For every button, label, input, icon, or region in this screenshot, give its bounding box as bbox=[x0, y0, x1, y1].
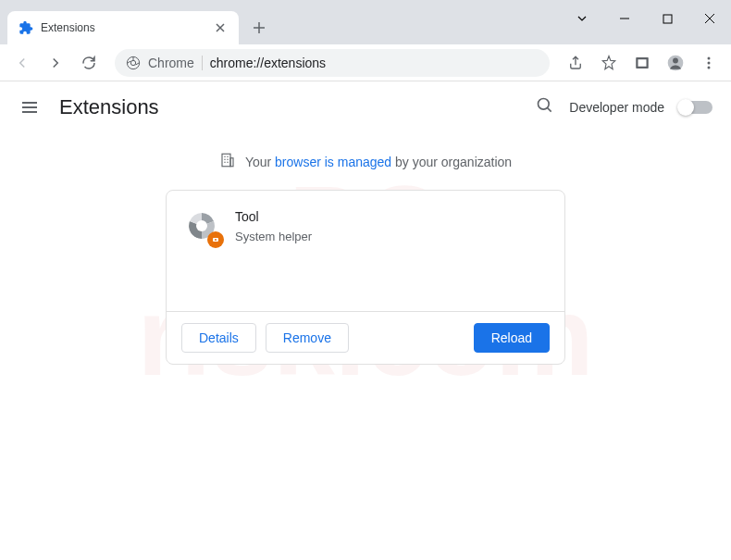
browser-tab[interactable]: Extensions bbox=[7, 11, 239, 44]
extension-icon bbox=[185, 209, 218, 243]
svg-rect-11 bbox=[222, 154, 230, 167]
search-icon[interactable] bbox=[536, 96, 554, 118]
main-menu-button[interactable] bbox=[19, 96, 41, 118]
developer-mode-label: Developer mode bbox=[569, 100, 664, 115]
svg-point-7 bbox=[708, 56, 711, 59]
svg-point-6 bbox=[673, 57, 678, 63]
chrome-logo-icon bbox=[126, 56, 141, 70]
share-icon[interactable] bbox=[561, 48, 590, 78]
menu-icon[interactable] bbox=[694, 48, 724, 78]
svg-point-9 bbox=[708, 66, 711, 68]
profile-icon[interactable] bbox=[661, 48, 690, 78]
back-button[interactable] bbox=[7, 48, 37, 78]
forward-button[interactable] bbox=[41, 48, 70, 78]
svg-point-10 bbox=[539, 99, 550, 110]
tab-search-icon[interactable] bbox=[561, 13, 603, 24]
svg-rect-12 bbox=[230, 158, 233, 167]
developer-mode-toggle[interactable] bbox=[679, 101, 712, 114]
svg-point-13 bbox=[196, 220, 207, 231]
close-window-button[interactable] bbox=[688, 4, 731, 33]
building-icon bbox=[219, 152, 236, 171]
address-bar[interactable]: Chrome chrome://extensions bbox=[115, 49, 550, 77]
bookmark-icon[interactable] bbox=[594, 48, 624, 78]
page-title: Extensions bbox=[59, 95, 517, 119]
omnibox-origin-label: Chrome bbox=[148, 56, 194, 70]
omnibox-url: chrome://extensions bbox=[210, 56, 539, 70]
svg-rect-4 bbox=[638, 59, 647, 67]
managed-link[interactable]: browser is managed bbox=[275, 155, 391, 169]
remove-button[interactable]: Remove bbox=[266, 323, 349, 353]
tab-title: Extensions bbox=[41, 21, 205, 34]
extension-puzzle-icon bbox=[19, 20, 33, 35]
new-tab-button[interactable] bbox=[246, 15, 272, 41]
svg-rect-0 bbox=[663, 15, 672, 23]
managed-text: Your browser is managed by your organiza… bbox=[245, 155, 512, 169]
window-titlebar: Extensions bbox=[0, 0, 731, 44]
extension-card: Tool System helper Details Remove Reload bbox=[166, 190, 565, 365]
reading-list-icon[interactable] bbox=[627, 48, 657, 78]
reload-button[interactable] bbox=[74, 48, 104, 78]
window-controls bbox=[561, 0, 731, 37]
reload-extension-button[interactable]: Reload bbox=[474, 323, 550, 353]
close-tab-icon[interactable] bbox=[213, 20, 228, 35]
error-badge-icon bbox=[207, 231, 224, 248]
extension-name: Tool bbox=[235, 209, 546, 224]
maximize-button[interactable] bbox=[646, 4, 688, 33]
omnibox-divider bbox=[202, 56, 203, 70]
managed-banner: Your browser is managed by your organiza… bbox=[219, 152, 512, 171]
details-button[interactable]: Details bbox=[181, 323, 256, 353]
browser-toolbar: Chrome chrome://extensions bbox=[0, 44, 731, 81]
svg-point-15 bbox=[215, 239, 217, 241]
page-content: Your browser is managed by your organiza… bbox=[0, 133, 731, 383]
svg-point-2 bbox=[130, 60, 135, 65]
page-header: Extensions Developer mode bbox=[0, 81, 731, 133]
extension-description: System helper bbox=[235, 230, 546, 243]
svg-point-8 bbox=[708, 61, 711, 64]
minimize-button[interactable] bbox=[603, 4, 646, 33]
